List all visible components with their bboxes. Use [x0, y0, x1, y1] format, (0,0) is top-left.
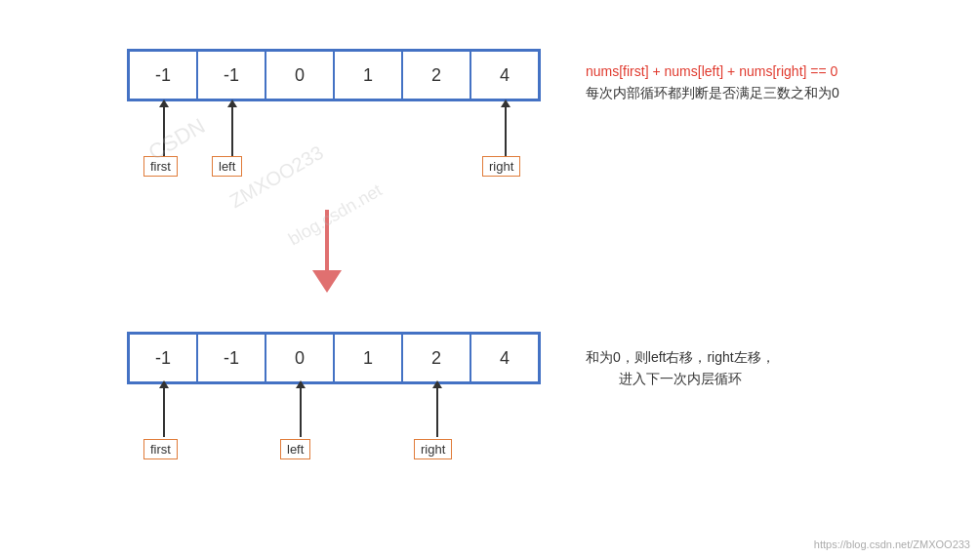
- top-cell-5: 4: [470, 51, 539, 100]
- top-arrow-right: [501, 100, 510, 156]
- bottom-cell-2: 0: [265, 334, 334, 382]
- bottom-array: -1 -1 0 1 2 4: [127, 332, 541, 384]
- bottom-label-first: first: [143, 439, 178, 459]
- right-text-top: nums[first] + nums[left] + nums[right] =…: [586, 60, 839, 104]
- top-array: -1 -1 0 1 2 4: [127, 49, 541, 101]
- top-label-right: right: [482, 156, 520, 177]
- bottom-label-left: left: [280, 439, 310, 459]
- top-cell-3: 1: [334, 51, 402, 100]
- right-text-top-line2: 每次内部循环都判断是否满足三数之和为0: [586, 85, 839, 100]
- right-text-top-line1: nums[first] + nums[left] + nums[right] =…: [586, 63, 837, 79]
- bottom-cell-0: -1: [129, 334, 197, 382]
- bottom-cell-3: 1: [334, 334, 402, 382]
- svg-marker-1: [312, 270, 342, 293]
- bottom-arrow-left: [296, 380, 306, 437]
- main-container: -1 -1 0 1 2 4 first left right nums[firs…: [0, 0, 980, 558]
- bottom-arrow-right: [432, 380, 442, 437]
- big-down-arrow: [307, 210, 347, 301]
- top-arrow-left: [227, 100, 237, 156]
- bottom-label-right: right: [414, 439, 452, 459]
- bottom-cell-1: -1: [197, 334, 265, 382]
- footer-url: https://blog.csdn.net/ZMXOO233: [814, 538, 970, 550]
- top-cell-4: 2: [402, 51, 470, 100]
- top-label-left: left: [212, 156, 242, 177]
- watermark-2: ZMXOO233: [225, 141, 327, 213]
- bottom-cell-4: 2: [402, 334, 470, 382]
- right-text-bottom-line2: 进入下一次内层循环: [619, 371, 742, 386]
- top-arrow-first: [159, 100, 169, 156]
- right-text-bottom: 和为0，则left右移，right左移， 进入下一次内层循环: [586, 346, 775, 390]
- bottom-cell-5: 4: [470, 334, 539, 382]
- top-label-first: first: [143, 156, 178, 177]
- top-cell-0: -1: [129, 51, 197, 100]
- right-text-bottom-line1: 和为0，则left右移，right左移，: [586, 349, 775, 365]
- top-cell-1: -1: [197, 51, 265, 100]
- bottom-arrow-first: [159, 380, 169, 437]
- top-cell-2: 0: [265, 51, 334, 100]
